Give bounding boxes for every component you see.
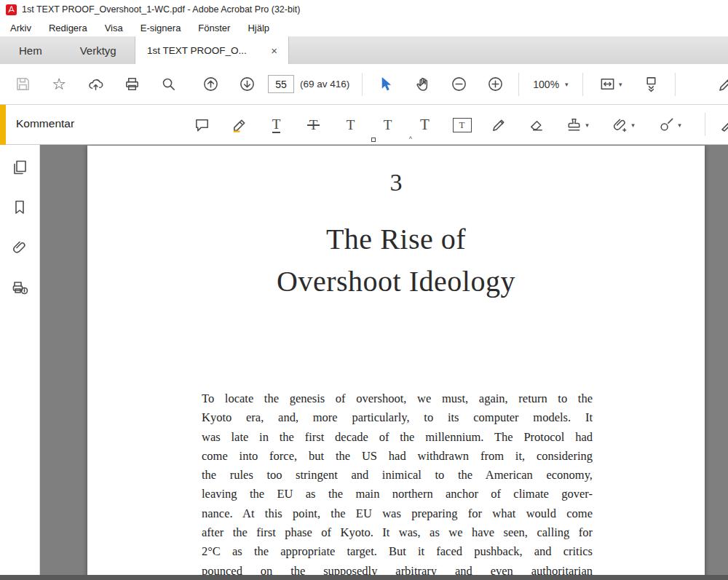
comment-tools: T T T T ^ T T: [183, 105, 693, 145]
body-line: nance. At this point, the EU was prepari…: [202, 504, 593, 523]
zoom-level-value: 100%: [533, 79, 559, 90]
menu-fonster[interactable]: Fönster: [189, 20, 239, 36]
body-line: after the first phase of Kyoto. It was, …: [202, 523, 593, 542]
page-number-input[interactable]: [268, 75, 294, 93]
toolbar-separator: [582, 73, 583, 96]
page-thumbnails-button[interactable]: [10, 158, 29, 177]
text-box-icon: T: [453, 118, 472, 132]
bookmarks-button[interactable]: [10, 198, 29, 217]
zoom-in-button[interactable]: [477, 70, 513, 99]
bookmark-icon: [11, 199, 28, 216]
tab-home[interactable]: Hem: [0, 36, 61, 64]
output-info-button[interactable]: [10, 278, 29, 297]
pointer-icon: [378, 76, 395, 92]
zoom-out-button[interactable]: [440, 70, 477, 99]
zoom-level-dropdown[interactable]: 100% ▾: [524, 79, 577, 90]
printer-info-icon: [11, 279, 28, 296]
body-line: come into force, but the US had withdraw…: [202, 447, 593, 466]
eraser-button[interactable]: [518, 110, 555, 140]
tab-tools[interactable]: Verktyg: [61, 36, 135, 64]
hand-icon: [414, 76, 431, 92]
toolbar-separator: [675, 73, 676, 96]
fit-width-icon: [599, 76, 616, 92]
stamp-button[interactable]: ▾: [555, 110, 600, 140]
chapter-number: 3: [87, 169, 705, 196]
attachments-button[interactable]: [10, 238, 29, 257]
body-line: Kyoto era, and, more particularly, to it…: [202, 408, 593, 427]
fit-width-button[interactable]: ▾: [588, 70, 633, 99]
body-line: was late in the first decade of the mill…: [202, 428, 593, 447]
chevron-down-icon: ▾: [678, 122, 681, 129]
arrow-down-circle-icon: [239, 76, 256, 92]
add-text-comment-button[interactable]: T: [406, 110, 443, 140]
add-text-icon: T: [420, 117, 430, 132]
select-tool-button[interactable]: [368, 70, 404, 99]
main-toolbar: ☆ (69 av 416): [0, 64, 728, 105]
paperclip-plus-icon: [612, 116, 628, 133]
toolbar-separator: [362, 73, 363, 96]
pdf-page: 3 The Rise of Overshoot Ideology To loca…: [87, 146, 705, 575]
replace-text-button[interactable]: T: [332, 110, 369, 140]
navigation-panel-bar: [0, 145, 40, 575]
pencil-icon: [717, 76, 728, 93]
chevron-down-icon: ▾: [619, 81, 622, 88]
window-title: 1st TEXT PROOF_Overshoot_1-WC.pdf - Adob…: [22, 4, 300, 15]
page-count-label: (69 av 416): [300, 79, 349, 90]
underline-text-icon: T: [272, 117, 281, 133]
menu-arkiv[interactable]: Arkiv: [1, 20, 40, 36]
insert-text-icon: T: [384, 118, 392, 132]
page-thumbnails-icon: [11, 159, 28, 176]
attach-file-button[interactable]: ▾: [600, 110, 646, 140]
edit-pdf-partial-button[interactable]: [717, 76, 728, 96]
sticky-note-icon: [194, 116, 210, 133]
sticky-note-button[interactable]: [183, 110, 221, 140]
print-button[interactable]: [114, 70, 150, 99]
eraser-icon: [528, 116, 545, 133]
body-line: pounced on the supposedly arbitrary and …: [202, 562, 593, 575]
menu-bar: Arkiv Redigera Visa E-signera Fönster Hj…: [0, 19, 728, 36]
chevron-down-icon: ▾: [631, 122, 635, 129]
comment-accent-bar: [0, 105, 6, 145]
chapter-title: The Rise of Overshoot Ideology: [87, 218, 705, 303]
search-button[interactable]: [150, 70, 186, 99]
tab-document[interactable]: 1st TEXT PROOF_O... ×: [135, 36, 289, 64]
draw-pencil-button[interactable]: [480, 110, 518, 140]
menu-e-signera[interactable]: E-signera: [132, 20, 190, 36]
menu-redigera[interactable]: Redigera: [40, 20, 96, 36]
tab-close-icon[interactable]: ×: [269, 44, 280, 57]
minus-circle-icon: [451, 76, 467, 92]
replace-text-icon: T: [347, 118, 355, 132]
body-paragraph: To locate the genesis of overshoot, we m…: [202, 389, 593, 575]
star-button[interactable]: ☆: [41, 70, 77, 99]
shapes-icon: [658, 116, 675, 133]
text-box-button[interactable]: T: [443, 110, 480, 140]
next-page-button[interactable]: [229, 70, 265, 99]
strikethrough-text-icon: T: [309, 118, 318, 132]
share-cloud-button[interactable]: [77, 70, 114, 99]
underline-text-button[interactable]: T: [258, 110, 295, 140]
chapter-title-line1: The Rise of: [87, 218, 705, 261]
body-line: 2°C as the appropriate target. But it fa…: [202, 542, 593, 561]
strikethrough-text-button[interactable]: T: [295, 110, 332, 140]
document-viewport[interactable]: 3 The Rise of Overshoot Ideology To loca…: [40, 145, 728, 575]
comment-toolbar-label: Kommentar: [16, 117, 74, 130]
tab-bar: Hem Verktyg 1st TEXT PROOF_O... ×: [0, 36, 728, 64]
menu-visa[interactable]: Visa: [96, 20, 132, 36]
highlight-text-button[interactable]: [221, 110, 258, 140]
acrobat-logo-icon: [6, 4, 17, 15]
chapter-title-line2: Overshoot Ideology: [87, 261, 705, 303]
pencil-icon: [491, 116, 507, 133]
stamp-icon: [566, 116, 582, 133]
insert-text-button[interactable]: T ^: [369, 110, 406, 140]
save-button[interactable]: [4, 70, 41, 99]
menu-hjalp[interactable]: Hjälp: [239, 20, 278, 36]
chevron-down-icon: ▾: [585, 122, 589, 129]
comment-toolbar: Kommentar T T T T ^ T: [0, 105, 728, 145]
more-tools-partial-button[interactable]: [719, 116, 728, 137]
tab-document-label: 1st TEXT PROOF_O...: [147, 45, 247, 56]
scroll-mode-button[interactable]: [633, 70, 670, 99]
window-bottom-strip: [0, 575, 728, 580]
previous-page-button[interactable]: [192, 70, 229, 99]
hand-tool-button[interactable]: [404, 70, 440, 99]
drawing-tools-button[interactable]: ▾: [646, 110, 693, 140]
